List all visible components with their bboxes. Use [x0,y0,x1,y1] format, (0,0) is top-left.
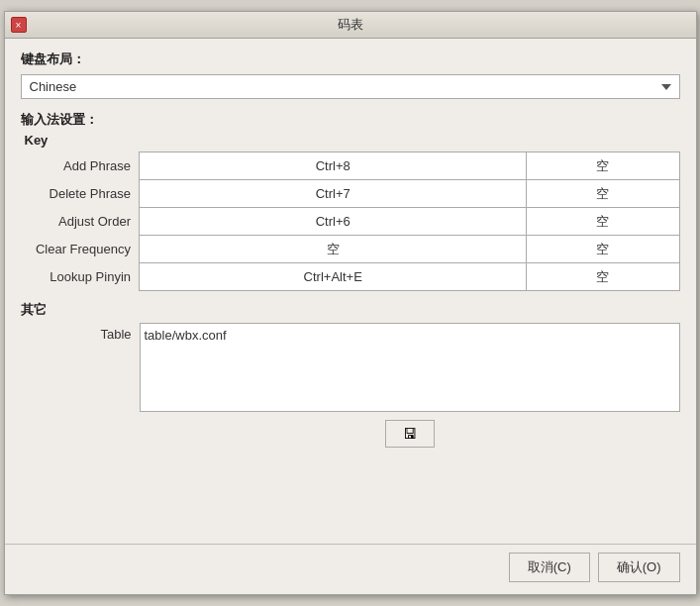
clear-frequency-col1[interactable]: 空 [140,236,527,263]
close-button[interactable]: × [11,17,27,33]
other-section: 其它 Table table/wbx.conf [21,301,680,412]
table-row: Add Phrase Ctrl+8 空 [21,152,680,180]
delete-phrase-label: Delete Phrase [21,180,140,208]
key-header: Key [21,133,680,148]
clear-frequency-col2[interactable]: 空 [527,236,679,263]
adjust-order-label: Adjust Order [21,208,140,236]
table-label: Table [21,323,140,342]
titlebar: × 码表 [5,12,696,39]
add-phrase-col1[interactable]: Ctrl+8 [140,152,527,180]
adjust-order-col1[interactable]: Ctrl+6 [140,208,527,236]
delete-phrase-col1[interactable]: Ctrl+7 [140,180,527,208]
table-row: Delete Phrase Ctrl+7 空 [21,180,680,208]
table-row: Adjust Order Ctrl+6 空 [21,208,680,236]
other-header: 其它 [21,301,680,319]
table-textarea[interactable]: table/wbx.conf [140,323,680,412]
lookup-pinyin-col1[interactable]: Ctrl+Alt+E [140,263,527,291]
table-row: Clear Frequency 空 空 [21,236,680,263]
dialog-window: × 码表 键盘布局： Chinese 输入法设置： Key Add Phrase… [4,11,697,595]
keyboard-layout-label: 键盘布局： [21,50,680,68]
dialog-content: 键盘布局： Chinese 输入法设置： Key Add Phrase Ctrl… [5,39,696,544]
clear-frequency-label: Clear Frequency [21,236,140,263]
dialog-title: 码表 [338,16,363,34]
bottom-bar: 取消(C) 确认(O) [5,544,696,594]
cancel-button[interactable]: 取消(C) [509,553,590,582]
lookup-pinyin-label: Lookup Pinyin [21,263,140,291]
confirm-button[interactable]: 确认(O) [598,553,680,582]
table-field-row: Table table/wbx.conf [21,323,680,412]
add-phrase-col2[interactable]: 空 [527,152,679,180]
keys-table: Add Phrase Ctrl+8 空 Delete Phrase Ctrl+7… [21,152,680,291]
keyboard-dropdown-row: Chinese [21,74,680,99]
icon-button-row: 🖫 [21,420,680,448]
lookup-pinyin-col2[interactable]: 空 [527,263,679,291]
folder-icon: 🖫 [403,426,417,442]
add-phrase-label: Add Phrase [21,152,140,180]
file-browse-button[interactable]: 🖫 [385,420,435,448]
input-settings-label: 输入法设置： [21,111,680,129]
table-row: Lookup Pinyin Ctrl+Alt+E 空 [21,263,680,291]
adjust-order-col2[interactable]: 空 [527,208,679,236]
keyboard-dropdown[interactable]: Chinese [21,74,680,99]
delete-phrase-col2[interactable]: 空 [527,180,679,208]
